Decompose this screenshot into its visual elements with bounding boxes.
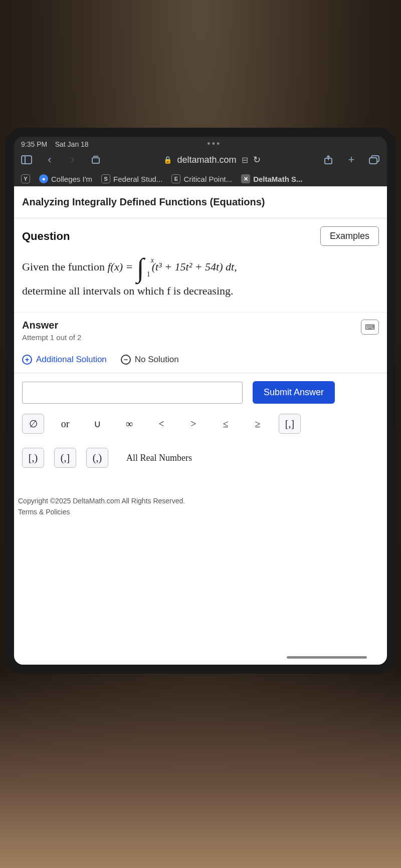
reader-icon[interactable]: ⊟	[242, 155, 248, 165]
integral-icon: ∫	[137, 256, 144, 280]
attempt-counter: Attempt 1 out of 2	[22, 333, 81, 342]
browser-toolbar: ‹ › 🔒 deltamath.com ⊟ ↻ +	[14, 150, 387, 171]
scroll-indicator[interactable]	[287, 656, 367, 659]
key-union[interactable]: ∪	[86, 414, 108, 434]
svg-rect-5	[369, 158, 377, 164]
key-closed-closed[interactable]: [,]	[279, 414, 301, 434]
key-open-open[interactable]: (,)	[86, 448, 108, 468]
key-empty-set[interactable]: ∅	[22, 414, 44, 434]
status-bar: 9:35 PM Sat Jan 18 •••	[14, 137, 387, 150]
lock-icon: 🔒	[163, 156, 172, 164]
question-label: Question	[22, 230, 70, 243]
key-infinity[interactable]: ∞	[118, 414, 140, 434]
problem-statement: Given the function f(x) = ∫ x 1 (t³ + 15…	[14, 252, 387, 312]
share-icon[interactable]	[322, 155, 335, 165]
tab-overview-icon[interactable]	[89, 155, 102, 164]
key-open-closed[interactable]: (,]	[54, 448, 76, 468]
favicon-icon: ✕	[241, 174, 250, 183]
favicon-icon: E	[171, 174, 180, 183]
address-bar[interactable]: 🔒 deltamath.com ⊟ ↻	[163, 154, 260, 165]
examples-button[interactable]: Examples	[320, 226, 379, 246]
keyboard-icon[interactable]: ⌨	[361, 320, 379, 335]
key-greater-than[interactable]: >	[182, 414, 205, 434]
url-text: deltamath.com	[177, 155, 236, 165]
tab-item[interactable]: ✕ DeltaMath S...	[241, 174, 302, 183]
minus-icon: −	[121, 355, 131, 365]
key-or[interactable]: or	[54, 414, 76, 434]
terms-link[interactable]: Terms & Policies	[14, 508, 387, 516]
key-all-real[interactable]: All Real Numbers	[118, 448, 200, 468]
favicon-icon: ●	[39, 174, 48, 183]
submit-button[interactable]: Submit Answer	[253, 381, 335, 404]
key-closed-open[interactable]: [,)	[22, 448, 44, 468]
status-time: 9:35 PM	[21, 140, 47, 148]
key-greater-equal[interactable]: ≥	[247, 414, 269, 434]
new-tab-icon[interactable]: +	[345, 153, 358, 166]
status-date: Sat Jan 18	[55, 140, 89, 148]
copyright: Copyright ©2025 DeltaMath.com All Rights…	[14, 477, 387, 508]
back-icon[interactable]: ‹	[43, 153, 56, 166]
key-less-equal[interactable]: ≤	[215, 414, 237, 434]
svg-rect-0	[22, 156, 32, 164]
tab-item[interactable]: ● Colleges I'm	[39, 174, 92, 183]
reload-icon[interactable]: ↻	[253, 154, 261, 165]
tabs-icon[interactable]	[368, 155, 381, 164]
more-icon[interactable]: •••	[207, 139, 221, 149]
no-solution-button[interactable]: − No Solution	[121, 355, 179, 365]
tab-item[interactable]: E Critical Point...	[171, 174, 232, 183]
favicon-icon: S	[101, 174, 110, 183]
symbol-keypad: ∅ or ∪ ∞ < > ≤ ≥ [,] [,) (,] (,) All Rea…	[14, 412, 387, 477]
tab-item[interactable]: S Federal Stud...	[101, 174, 162, 183]
tab-item[interactable]: Y	[21, 174, 30, 183]
key-less-than[interactable]: <	[150, 414, 172, 434]
tabs-bar: Y ● Colleges I'm S Federal Stud... E Cri…	[14, 171, 387, 186]
answer-label: Answer	[22, 320, 81, 331]
plus-icon: +	[22, 355, 32, 365]
sidebar-icon[interactable]	[20, 155, 33, 164]
forward-icon: ›	[66, 153, 79, 166]
answer-input[interactable]	[22, 382, 243, 404]
svg-rect-2	[92, 158, 99, 163]
topic-title: Analyzing Integrally Defined Functions (…	[14, 186, 387, 218]
additional-solution-button[interactable]: + Additional Solution	[22, 355, 107, 365]
